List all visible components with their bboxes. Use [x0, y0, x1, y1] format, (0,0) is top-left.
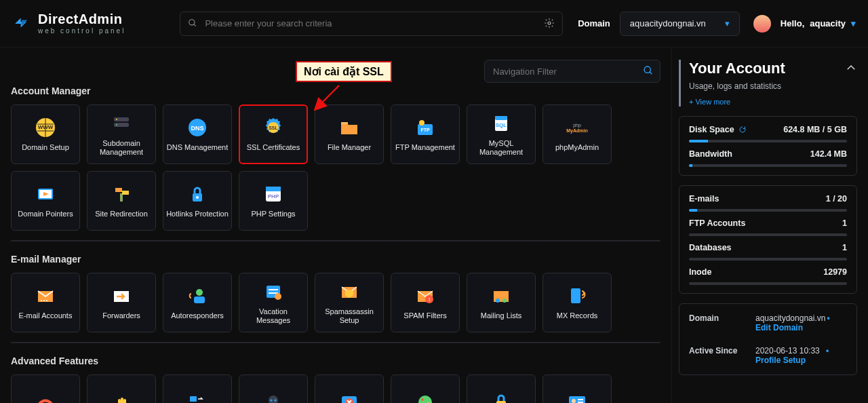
stat-value: 12979: [823, 267, 847, 277]
stat-row: E-mails1 / 20: [689, 194, 847, 204]
brand-tagline: web control panel: [38, 28, 125, 35]
stat-row: Disk Space624.8 MB / 5 GB: [689, 125, 847, 134]
tile-adv5[interactable]: [315, 375, 384, 403]
sql-icon: [490, 112, 513, 135]
swoosh-icon: [34, 391, 57, 403]
svg-point-2: [548, 22, 551, 24]
annotation-callout: Nơi cài đặt SSL: [296, 61, 392, 82]
chevron-up-icon[interactable]: [845, 62, 857, 76]
progress-bar: [689, 233, 847, 236]
progress-bar: [689, 258, 847, 261]
chevron-down-icon: ▾: [851, 18, 856, 28]
tile-mx[interactable]: MX Records: [542, 273, 612, 332]
tile-adv8[interactable]: [542, 375, 612, 403]
advanced-tile-grid: [11, 375, 660, 403]
user-avatar[interactable]: [753, 15, 771, 33]
pma-icon: [566, 116, 589, 139]
tile-adv4[interactable]: [239, 375, 308, 403]
tile-adv3[interactable]: [163, 375, 232, 403]
stat-value: 624.8 MB / 5 GB: [783, 125, 847, 134]
search-input[interactable]: [180, 12, 563, 36]
brand-logo: DirectAdmin web control panel: [12, 12, 125, 35]
robot-icon: [262, 391, 285, 403]
domain-value: aquacitydongnai.vn: [755, 313, 825, 323]
tile-label: MX Records: [557, 311, 598, 320]
tile-label: Autoresponders: [171, 311, 224, 320]
progress-bar: [689, 164, 847, 167]
list-icon: [490, 284, 513, 307]
tile-domain-setup[interactable]: Domain Setup: [11, 104, 80, 164]
tile-spamfilter[interactable]: SPAM Filters: [391, 273, 460, 332]
www-icon: [34, 116, 57, 139]
svg-point-3: [644, 66, 650, 73]
stat-value: 1: [842, 218, 847, 228]
settings-gear-icon[interactable]: [544, 18, 555, 31]
svg-point-0: [189, 19, 195, 24]
edit-domain-link[interactable]: Edit Domain: [755, 323, 803, 332]
svg-line-1: [194, 24, 196, 26]
tile-label: Vacation Messages: [242, 307, 304, 325]
lock2-icon: [490, 391, 513, 403]
tile-fwd[interactable]: Forwarders: [87, 273, 156, 332]
errx-icon: [338, 391, 361, 403]
tile-adv7[interactable]: [467, 375, 536, 403]
tile-adv6[interactable]: [391, 375, 460, 403]
dns-icon: [186, 116, 209, 139]
selected-domain: aquacitydongnai.vn: [630, 18, 706, 28]
search-icon: [643, 65, 654, 78]
search-icon: [188, 18, 197, 30]
tile-label: Hotlinks Protection: [166, 210, 229, 218]
shield-icon: [338, 280, 361, 303]
tile-adv2[interactable]: [87, 375, 156, 403]
tile-label: Domain Setup: [22, 143, 69, 152]
swap-icon: [186, 391, 209, 403]
tile-label: PHP Settings: [251, 210, 295, 218]
account-panel-title: Your Account: [689, 60, 785, 77]
tile-mailing[interactable]: Mailing Lists: [467, 273, 536, 332]
progress-bar: [689, 209, 847, 212]
section-title-advanced: Advanced Features: [11, 356, 660, 366]
tile-label: Forwarders: [102, 311, 140, 320]
tile-label: E-mail Accounts: [19, 311, 73, 320]
tile-auto[interactable]: Autoresponders: [163, 273, 232, 332]
stat-block-usage: Disk Space624.8 MB / 5 GBBandwidth142.4 …: [679, 116, 857, 176]
tile-redir[interactable]: Site Redirection: [87, 171, 156, 231]
tile-ftp[interactable]: FTP Management: [391, 104, 460, 164]
account-tile-grid: Domain SetupSubdomain ManagementDNS Mana…: [11, 104, 660, 231]
tile-spamassassin[interactable]: Spamassassin Setup: [315, 273, 384, 332]
vac-icon: [262, 280, 285, 303]
planet-icon: [414, 391, 437, 403]
navigation-filter-input[interactable]: [484, 60, 660, 83]
logo-mark-icon: [12, 14, 31, 33]
tile-label: Subdomain Management: [90, 139, 153, 157]
view-more-link[interactable]: + View more: [689, 98, 730, 106]
tile-pointers[interactable]: Domain Pointers: [11, 171, 80, 231]
brand-name: DirectAdmin: [38, 12, 125, 26]
tile-mysql[interactable]: MySQL Management: [467, 104, 536, 164]
tile-pma[interactable]: phpMyAdmin: [542, 104, 612, 164]
stat-value: 142.4 MB: [810, 149, 847, 159]
tile-hotlink[interactable]: Hotlinks Protection: [163, 171, 232, 231]
bullet-icon: •: [826, 346, 829, 356]
tile-php[interactable]: PHP Settings: [239, 171, 308, 231]
tile-label: SSL Certificates: [247, 143, 300, 152]
mx-icon: [566, 284, 589, 307]
bullet-icon: •: [827, 313, 829, 323]
profile-setup-link[interactable]: Profile Setup: [755, 356, 806, 365]
pointer-icon: [34, 183, 57, 206]
tile-accounts[interactable]: E-mail Accounts: [11, 273, 80, 332]
tile-label: FTP Management: [395, 143, 455, 152]
tile-vacation[interactable]: Vacation Messages: [239, 273, 308, 332]
tile-subdomain[interactable]: Subdomain Management: [87, 104, 156, 164]
domain-dropdown[interactable]: aquacitydongnai.vn ▾: [620, 12, 740, 36]
tile-ssl[interactable]: SSL Certificates: [239, 104, 308, 164]
divider: [11, 342, 660, 343]
domain-label: Domain: [578, 18, 610, 28]
user-menu[interactable]: Hello, aquacity ▾: [781, 18, 856, 28]
tile-label: Site Redirection: [95, 210, 148, 218]
tile-adv1[interactable]: [11, 375, 80, 403]
redir-icon: [110, 183, 133, 206]
tile-dns[interactable]: DNS Management: [163, 104, 232, 164]
chevron-down-icon: ▾: [725, 18, 730, 28]
stat-value: 1: [842, 243, 847, 252]
